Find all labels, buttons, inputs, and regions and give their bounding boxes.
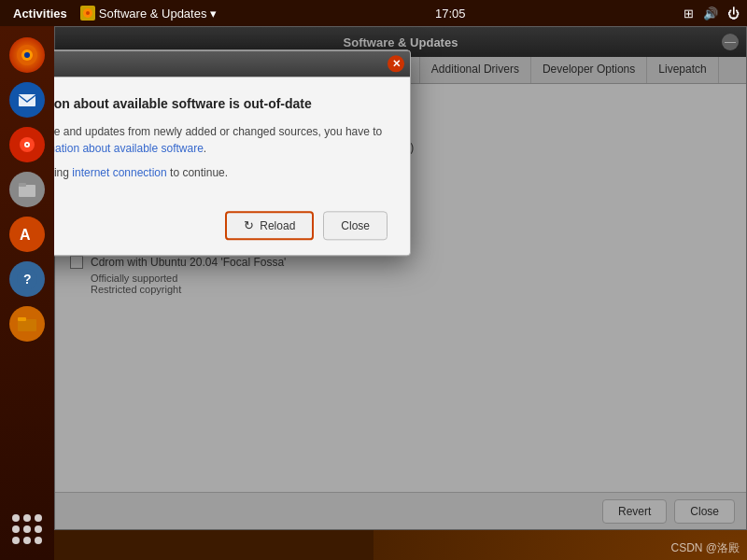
sidebar-item-files[interactable] [7, 170, 47, 209]
sidebar-item-show-apps[interactable] [7, 510, 47, 549]
internet-link[interactable]: internet connection [72, 167, 166, 180]
dialog-title: The information about available software… [0, 95, 388, 112]
sidebar-item-thunderbird[interactable] [7, 80, 47, 119]
sidebar-item-firefox[interactable] [7, 35, 47, 75]
activities-button[interactable]: Activities [7, 5, 73, 22]
app-title: Software & Updates [99, 7, 207, 21]
dialog-titlebar: ✕ [0, 50, 410, 77]
outdated-software-dialog: ✕ i The information about available soft… [0, 49, 411, 256]
svg-point-4 [24, 52, 30, 58]
svg-point-1 [86, 11, 90, 15]
sidebar-item-folder[interactable] [7, 304, 47, 343]
dialog-message1: To install software and updates from new… [0, 124, 388, 158]
topbar: Activities Software & Updates ▾ 17:05 ⊞ … [0, 0, 747, 26]
svg-rect-5 [19, 94, 35, 106]
sidebar-item-font-viewer[interactable]: A [7, 215, 47, 254]
svg-text:A: A [20, 227, 31, 243]
topbar-clock: 17:05 [435, 7, 466, 21]
topbar-app-info: Software & Updates ▾ [80, 6, 218, 21]
topbar-left: Activities Software & Updates ▾ [7, 5, 217, 22]
watermark: CSDN @洛殿 [670, 540, 740, 556]
topbar-right: ⊞ 🔊 ⏻ [684, 7, 740, 21]
dropdown-arrow-icon[interactable]: ▾ [210, 7, 217, 21]
svg-rect-10 [19, 183, 26, 187]
dialog-buttons: ↻ Reload Close [0, 201, 410, 256]
reload-label: Reload [260, 219, 295, 232]
dialog-text-content: The information about available software… [0, 95, 388, 181]
sidebar: A ? [0, 26, 54, 560]
dialog-message2: You need a working internet connection t… [0, 165, 388, 182]
svg-point-8 [26, 144, 28, 146]
svg-rect-15 [18, 317, 26, 321]
dialog-close-button[interactable]: Close [323, 212, 388, 241]
svg-text:?: ? [23, 272, 32, 287]
apps-grid-icon [12, 514, 42, 544]
reload-icon: ↻ [244, 219, 254, 233]
volume-icon[interactable]: 🔊 [703, 7, 718, 21]
dialog-close-x-button[interactable]: ✕ [388, 55, 404, 72]
app-icon-small [80, 6, 95, 21]
sidebar-item-rhythmbox[interactable] [7, 125, 47, 164]
network-icon[interactable]: ⊞ [684, 7, 694, 21]
sidebar-item-help[interactable]: ? [7, 259, 47, 299]
dialog-body: i The information about available softwa… [0, 77, 410, 200]
time-display: 17:05 [435, 7, 466, 21]
reload-button[interactable]: ↻ Reload [225, 212, 314, 241]
power-icon[interactable]: ⏻ [727, 7, 740, 21]
